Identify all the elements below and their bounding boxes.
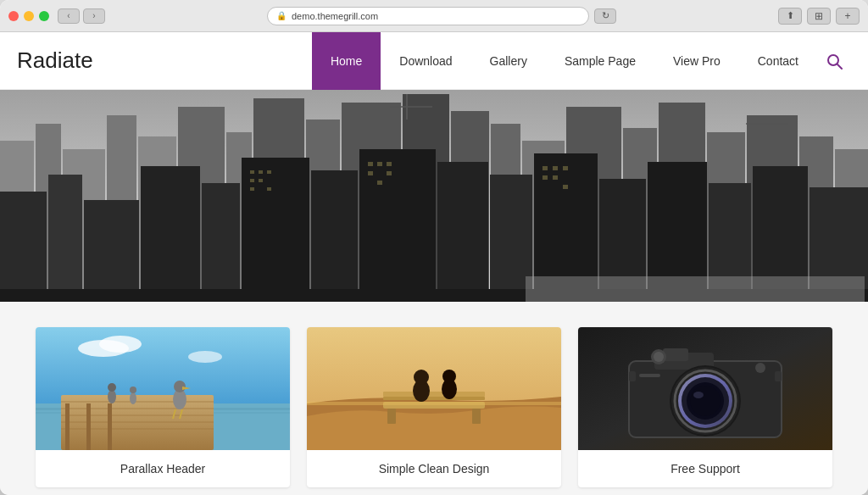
svg-rect-92 — [472, 409, 481, 424]
site-nav: Home Download Gallery Sample Page View P… — [312, 32, 851, 90]
svg-point-98 — [442, 370, 456, 383]
feature-card-title-design: Simple Clean Design — [307, 450, 561, 487]
plus-button[interactable]: + — [836, 8, 860, 25]
svg-rect-27 — [141, 166, 200, 302]
svg-rect-52 — [377, 181, 382, 185]
svg-rect-79 — [86, 403, 91, 450]
reload-button[interactable]: ↻ — [594, 8, 616, 24]
svg-rect-42 — [267, 170, 271, 174]
feature-card-parallax: Parallax Header — [36, 327, 290, 487]
svg-point-82 — [174, 381, 186, 392]
nav-sample-page[interactable]: Sample Page — [546, 32, 654, 90]
svg-rect-45 — [250, 187, 254, 191]
svg-point-111 — [690, 386, 721, 416]
svg-rect-48 — [377, 162, 382, 166]
nav-home[interactable]: Home — [312, 32, 381, 90]
svg-rect-94 — [383, 397, 485, 400]
svg-rect-115 — [629, 371, 636, 381]
svg-rect-44 — [259, 179, 263, 182]
svg-rect-51 — [387, 171, 392, 175]
svg-rect-24 — [0, 192, 47, 302]
minimize-button[interactable] — [24, 11, 34, 21]
site-content: Radiate Home Download Gallery Sample Pag… — [0, 32, 868, 495]
svg-rect-99 — [307, 402, 561, 405]
toolbar-right: ⬆ ⊞ + — [778, 8, 860, 25]
svg-rect-104 — [663, 348, 688, 361]
svg-rect-41 — [259, 170, 263, 174]
svg-rect-57 — [553, 175, 558, 180]
url-text: demo.themegrill.com — [292, 11, 378, 21]
svg-rect-54 — [553, 166, 558, 170]
svg-rect-80 — [108, 403, 112, 450]
nav-contact[interactable]: Contact — [739, 32, 817, 90]
nav-gallery[interactable]: Gallery — [471, 32, 546, 90]
close-button[interactable] — [8, 11, 19, 21]
svg-rect-47 — [368, 162, 373, 166]
svg-rect-56 — [542, 175, 548, 180]
feature-card-title-support: Free Support — [578, 450, 832, 487]
svg-rect-91 — [387, 409, 396, 424]
feature-card-image-support — [578, 327, 832, 450]
traffic-lights — [8, 11, 49, 21]
site-logo: Radiate — [17, 47, 312, 74]
nav-download[interactable]: Download — [381, 32, 470, 90]
svg-point-113 — [755, 363, 765, 373]
svg-rect-50 — [368, 171, 373, 175]
address-bar-container: 🔒 demo.themegrill.com ↻ — [114, 7, 770, 25]
svg-rect-43 — [250, 179, 254, 182]
svg-point-86 — [108, 383, 116, 392]
svg-rect-28 — [202, 183, 240, 302]
address-bar[interactable]: 🔒 demo.themegrill.com — [267, 7, 589, 25]
features-section: Parallax Header — [0, 302, 868, 495]
browser-window: ‹ › 🔒 demo.themegrill.com ↻ ⬆ ⊞ + Radiat… — [0, 0, 868, 495]
site-header: Radiate Home Download Gallery Sample Pag… — [0, 32, 868, 90]
svg-point-87 — [130, 392, 136, 404]
nav-view-pro[interactable]: View Pro — [654, 32, 739, 90]
svg-line-1 — [837, 64, 842, 69]
feature-card-image-design — [307, 327, 561, 450]
back-button[interactable]: ‹ — [58, 8, 80, 24]
svg-rect-93 — [383, 392, 485, 397]
svg-rect-40 — [250, 170, 254, 174]
share-button[interactable]: ⬆ — [778, 8, 802, 25]
svg-rect-58 — [563, 185, 568, 189]
svg-rect-78 — [65, 403, 70, 450]
svg-rect-26 — [84, 200, 139, 302]
svg-rect-64 — [526, 276, 865, 302]
new-tab-button[interactable]: ⊞ — [807, 8, 831, 25]
svg-rect-116 — [775, 371, 782, 381]
svg-rect-114 — [639, 374, 660, 377]
svg-point-67 — [99, 336, 142, 353]
svg-rect-53 — [542, 166, 548, 170]
svg-rect-65 — [36, 327, 290, 403]
svg-rect-30 — [311, 170, 358, 302]
svg-rect-49 — [387, 162, 392, 166]
nav-buttons: ‹ › — [58, 8, 105, 24]
title-bar: ‹ › 🔒 demo.themegrill.com ↻ ⬆ ⊞ + — [0, 0, 868, 32]
search-icon[interactable] — [817, 32, 851, 90]
svg-rect-55 — [563, 166, 568, 170]
svg-point-68 — [188, 351, 222, 363]
lock-icon: 🔒 — [276, 11, 287, 20]
hero-section — [0, 90, 868, 302]
svg-rect-32 — [437, 162, 488, 302]
feature-card-title-parallax: Parallax Header — [36, 450, 290, 487]
svg-point-88 — [130, 387, 136, 393]
svg-rect-46 — [267, 187, 271, 191]
svg-point-112 — [693, 392, 704, 398]
feature-card-image-parallax — [36, 327, 290, 450]
svg-point-0 — [828, 55, 838, 65]
feature-card-support: Free Support — [578, 327, 832, 487]
svg-point-96 — [414, 370, 429, 385]
forward-button[interactable]: › — [83, 8, 105, 24]
svg-point-85 — [108, 390, 116, 403]
svg-rect-25 — [48, 175, 82, 302]
svg-point-118 — [654, 352, 664, 362]
feature-card-design: Simple Clean Design — [307, 327, 561, 487]
maximize-button[interactable] — [39, 11, 49, 21]
